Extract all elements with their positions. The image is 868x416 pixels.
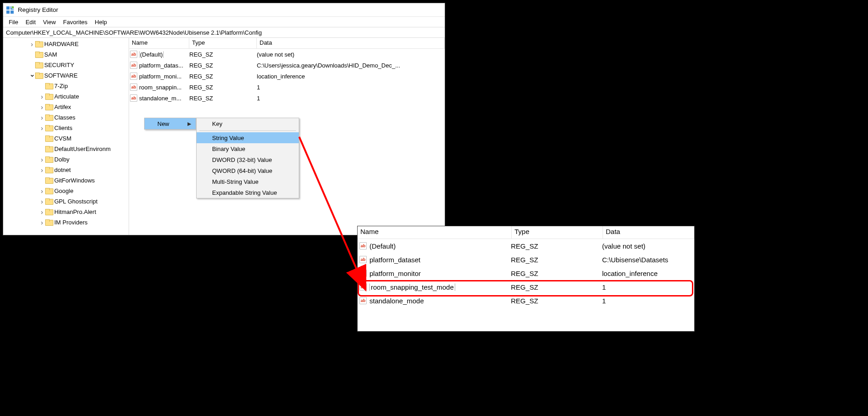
context-item[interactable]: QWORD (64-bit) Value [197, 165, 299, 176]
folder-icon [45, 146, 52, 152]
folder-icon [45, 219, 52, 226]
context-item-label: String Value [212, 135, 244, 141]
chevron-right-icon[interactable]: › [39, 125, 45, 131]
tree-item[interactable]: ›GPL Ghostscript [3, 196, 129, 207]
value-row[interactable]: abplatform_datasetREG_SZC:\Ubisense\Data… [358, 253, 694, 266]
address-bar[interactable]: Computer\HKEY_LOCAL_MACHINE\SOFTWARE\WOW… [3, 27, 445, 38]
value-data: C:\Users\jessica.geary\Downloads\HID_Dem… [257, 62, 445, 69]
tree-item[interactable]: SECURITY [3, 60, 129, 70]
tree-item[interactable]: ›Classes [3, 112, 129, 123]
chevron-right-icon[interactable]: › [39, 188, 45, 194]
folder-icon [45, 156, 52, 163]
folder-icon [45, 167, 52, 173]
tree-item-label: dotnet [54, 166, 71, 173]
chevron-right-icon[interactable]: › [39, 94, 45, 100]
col-name[interactable]: Name [358, 226, 512, 239]
col-data[interactable]: Data [603, 226, 694, 239]
tree-item[interactable]: ›IM Providers [3, 217, 129, 228]
registry-tree[interactable]: ›HARDWARESAMSECURITY⌄SOFTWARE7-Zip›Artic… [3, 38, 129, 235]
tree-item-label: SOFTWARE [44, 72, 78, 79]
value-name: platform_datas... [139, 62, 189, 69]
titlebar[interactable]: Registry Editor [3, 3, 445, 17]
col-name[interactable]: Name [129, 38, 189, 48]
menubar: File Edit View Favorites Help [3, 17, 445, 27]
value-data: location_inference [602, 270, 694, 277]
menu-view[interactable]: View [40, 18, 58, 26]
chevron-right-icon: ▶ [187, 121, 191, 127]
menu-file[interactable]: File [6, 18, 21, 26]
tree-item-label: SECURITY [44, 62, 74, 68]
col-data[interactable]: Data [257, 38, 445, 48]
value-type: REG_SZ [511, 297, 602, 305]
value-name[interactable]: room_snapping_test_mode [369, 283, 511, 291]
folder-icon [35, 52, 42, 58]
value-row[interactable]: abroom_snappin...REG_SZ1 [129, 82, 445, 93]
chevron-right-icon[interactable]: › [39, 156, 45, 163]
context-item[interactable]: String Value [197, 132, 299, 143]
tree-item[interactable]: ›Dolby [3, 154, 129, 165]
chevron-right-icon[interactable]: › [29, 41, 35, 47]
value-row[interactable]: abstandalone_m...REG_SZ1 [129, 93, 445, 104]
tree-item[interactable]: ›HARDWARE [3, 39, 129, 49]
chevron-down-icon[interactable]: ⌄ [29, 71, 35, 78]
value-row[interactable]: abplatform_datas...REG_SZC:\Users\jessic… [129, 60, 445, 71]
context-submenu-new[interactable]: KeyString ValueBinary ValueDWORD (32-bit… [196, 118, 299, 198]
registry-editor-icon [6, 6, 14, 14]
menu-edit[interactable]: Edit [23, 18, 38, 26]
chevron-right-icon[interactable]: › [39, 104, 45, 110]
chevron-right-icon[interactable]: › [39, 167, 45, 173]
string-value-icon: ab [130, 62, 137, 69]
col-type[interactable]: Type [189, 38, 257, 48]
context-item[interactable]: Binary Value [197, 143, 299, 154]
tree-item[interactable]: DefaultUserEnvironm [3, 144, 129, 154]
value-row[interactable]: abroom_snapping_test_modeREG_SZ1 [358, 280, 694, 294]
value-row[interactable]: ab(Default)REG_SZ(value not set) [358, 239, 694, 253]
context-item[interactable]: Multi-String Value [197, 176, 299, 187]
value-row[interactable]: abplatform_moni...REG_SZlocation_inferen… [129, 71, 445, 82]
tree-item[interactable]: GitForWindows [3, 175, 129, 186]
string-value-icon: ab [359, 256, 367, 263]
context-item[interactable]: DWORD (32-bit) Value [197, 154, 299, 165]
tree-item[interactable]: 7-Zip [3, 81, 129, 91]
chevron-right-icon[interactable]: › [39, 198, 45, 205]
value-name: standalone_mode [369, 297, 511, 305]
tree-item[interactable]: SAM [3, 49, 129, 60]
result-value-list[interactable]: Name Type Data ab(Default)REG_SZ(value n… [357, 226, 695, 332]
string-value-icon: ab [359, 297, 367, 304]
context-item-label: New [157, 120, 169, 127]
tree-item[interactable]: CVSM [3, 133, 129, 144]
tree-item[interactable]: ›HitmanPro.Alert [3, 207, 129, 217]
chevron-right-icon[interactable]: › [39, 114, 45, 121]
value-row[interactable]: ab(Default)REG_SZ(value not set) [129, 49, 445, 60]
value-type: REG_SZ [189, 62, 257, 69]
context-item[interactable]: Key [197, 118, 299, 129]
tree-item-label: Dolby [54, 156, 69, 163]
col-type[interactable]: Type [512, 226, 603, 239]
context-item-label: Multi-String Value [212, 178, 259, 185]
tree-item[interactable]: ›dotnet [3, 165, 129, 175]
tree-item[interactable]: ›Articulate [3, 91, 129, 102]
tree-item[interactable]: ›Artifex [3, 102, 129, 112]
menu-favorites[interactable]: Favorites [60, 18, 90, 26]
context-menu-new[interactable]: New ▶ [144, 118, 196, 130]
context-item-new[interactable]: New ▶ [145, 118, 196, 129]
context-item[interactable]: Expandable String Value [197, 187, 299, 198]
chevron-right-icon[interactable]: › [39, 219, 45, 226]
value-row[interactable]: abplatform_monitorREG_SZlocation_inferen… [358, 266, 694, 280]
list-header[interactable]: Name Type Data [129, 38, 445, 49]
tree-item[interactable]: ›Clients [3, 123, 129, 133]
chevron-right-icon[interactable]: › [39, 209, 45, 215]
tree-item[interactable]: ⌄SOFTWARE [3, 70, 129, 81]
value-name: platform_dataset [369, 256, 511, 264]
tree-item[interactable]: ›Google [3, 186, 129, 196]
list-header[interactable]: Name Type Data [358, 226, 694, 239]
value-type: REG_SZ [511, 283, 602, 291]
tree-item-label: HARDWARE [44, 41, 78, 47]
value-row[interactable]: abstandalone_modeREG_SZ1 [358, 294, 694, 307]
tree-item-label: GitForWindows [54, 177, 95, 184]
folder-icon [45, 125, 52, 131]
menu-help[interactable]: Help [92, 18, 110, 26]
tree-item-label: 7-Zip [54, 83, 68, 89]
tree-item-label: Clients [54, 125, 73, 131]
folder-icon [45, 177, 52, 184]
